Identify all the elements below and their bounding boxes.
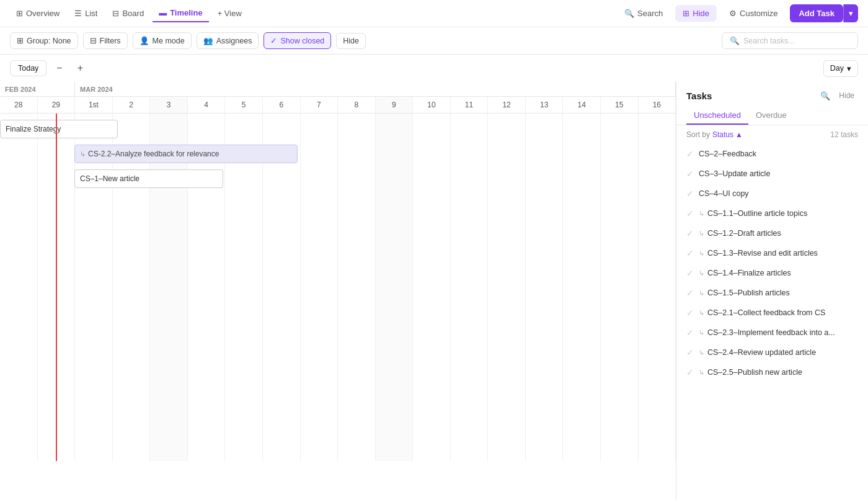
view-select[interactable]: Day ▾ (823, 60, 858, 77)
task-name-cs14: CS–1.4–Finalize articles (707, 269, 791, 277)
search-icon: 🔍 (624, 9, 634, 18)
nav-add-view-label: + View (218, 9, 242, 18)
task-item-cs4[interactable]: ✓CS–4–UI copy (681, 184, 863, 204)
task-name-cs21: CS–2.1–Collect feedback from CS (707, 308, 825, 317)
nav-overview-label: Overview (26, 9, 60, 18)
next-button[interactable]: + (73, 60, 88, 77)
grid-col-6 (263, 114, 301, 461)
gantt-bar-cs1[interactable]: CS–1–New article (74, 169, 223, 188)
subtask-indicator-icon: ↳ (699, 210, 704, 218)
grid-col-16 (639, 114, 676, 461)
panel-hide-button[interactable]: Hide (835, 89, 858, 102)
today-button[interactable]: Today (10, 60, 46, 76)
search-tasks-input[interactable]: 🔍 Search tasks... (722, 32, 858, 49)
task-item-cs14[interactable]: ✓↳CS–1.4–Finalize articles (681, 263, 863, 283)
task-item-cs13[interactable]: ✓↳CS–1.3–Revise and edit articles (681, 243, 863, 263)
task-check-icon: ✓ (686, 169, 694, 179)
task-list: ✓CS–2–Feedback✓CS–3–Update article✓CS–4–… (676, 144, 868, 501)
grid-col-8 (338, 114, 376, 461)
task-check-icon: ✓ (686, 208, 694, 218)
hide-button[interactable]: ⊞ Hide (675, 5, 717, 22)
subtask-indicator-icon: ↳ (699, 349, 704, 357)
task-item-cs12[interactable]: ✓↳CS–1.2–Draft articles (681, 223, 863, 243)
task-name-cs25: CS–2.5–Publish new article (707, 368, 802, 377)
show-closed-button[interactable]: ✓ Show closed (264, 32, 331, 49)
tab-unscheduled[interactable]: Unscheduled (686, 107, 748, 125)
task-count: 12 tasks (830, 130, 858, 139)
task-name-cs11: CS–1.1–Outline article topics (707, 209, 807, 218)
search-button[interactable]: 🔍 Search (617, 5, 670, 22)
customize-button[interactable]: ⚙ Customize (722, 5, 785, 22)
date-cell-16: 16 (639, 97, 676, 113)
me-mode-button[interactable]: 👤 Me mode (133, 32, 192, 49)
task-item-cs21[interactable]: ✓↳CS–2.1–Collect feedback from CS (681, 303, 863, 323)
nav-overview[interactable]: ⊞ Overview (10, 5, 66, 22)
task-check-icon: ✓ (686, 347, 694, 357)
task-item-cs3[interactable]: ✓CS–3–Update article (681, 164, 863, 184)
nav-list[interactable]: ☰ List (68, 5, 104, 22)
nav-add-view[interactable]: + View (211, 5, 248, 22)
grid-col-1st (75, 114, 113, 461)
add-task-group: Add Task ▾ (790, 4, 858, 22)
panel-search-icon[interactable]: 🔍 (820, 91, 830, 101)
group-button[interactable]: ⊞ Group: None (10, 32, 78, 49)
date-cell-9: 9 (376, 97, 414, 113)
task-item-cs2[interactable]: ✓CS–2–Feedback (681, 144, 863, 164)
subtask-indicator-icon: ↳ (699, 329, 704, 337)
tab-overdue[interactable]: Overdue (748, 107, 794, 125)
task-check-icon: ✓ (686, 189, 694, 199)
nav-timeline[interactable]: ▬ Timeline (153, 4, 209, 22)
prev-button[interactable]: − (51, 60, 67, 77)
month-mar: MAR 2024 (75, 82, 676, 96)
task-item-cs24[interactable]: ✓↳CS–2.4–Review updated article (681, 343, 863, 362)
nav-board[interactable]: ⊟ Board (106, 5, 150, 22)
task-item-cs11[interactable]: ✓↳CS–1.1–Outline article topics (681, 204, 863, 223)
search-tasks-icon: 🔍 (730, 36, 740, 45)
sort-status-button[interactable]: Status ▲ (712, 130, 743, 139)
grid-col-11 (451, 114, 489, 461)
add-task-caret[interactable]: ▾ (843, 4, 858, 22)
date-cell-13: 13 (526, 97, 564, 113)
nav-right: 🔍 Search ⊞ Hide ⚙ Customize Add Task ▾ (617, 4, 858, 22)
date-cell-8: 8 (338, 97, 376, 113)
date-cell-6: 6 (263, 97, 301, 113)
task-check-icon: ✓ (686, 367, 694, 377)
task-name-cs24: CS–2.4–Review updated article (707, 348, 816, 357)
overview-icon: ⊞ (16, 9, 23, 18)
filters-button[interactable]: ⊟ Filters (83, 32, 128, 49)
assignees-button[interactable]: 👥 Assignees (197, 32, 259, 49)
assignees-icon: 👥 (203, 36, 213, 45)
task-check-icon: ✓ (686, 248, 694, 258)
grid-col-3 (150, 114, 188, 461)
show-closed-icon: ✓ (270, 36, 277, 45)
nav-board-label: Board (122, 9, 144, 18)
gantt-bar-cs22[interactable]: ↳ CS-2.2–Analyze feedback for relevance (74, 145, 298, 163)
panel-tabs: Unscheduled Overdue (676, 102, 868, 125)
nav-list-label: List (85, 9, 97, 18)
right-panel: Tasks 🔍 Hide Unscheduled Overdue Sort by… (676, 82, 868, 501)
task-check-icon: ✓ (686, 308, 694, 318)
task-check-icon: ✓ (686, 328, 694, 338)
add-task-button[interactable]: Add Task (790, 4, 843, 22)
task-item-cs15[interactable]: ✓↳CS–1.5–Publish articles (681, 283, 863, 303)
grid-col-7 (301, 114, 339, 461)
nav-timeline-label: Timeline (170, 8, 203, 17)
timeline-controls: Today − + Day ▾ (0, 55, 868, 82)
panel-header: Tasks 🔍 Hide (676, 82, 868, 102)
date-cell-15: 15 (601, 97, 639, 113)
task-name-cs12: CS–1.2–Draft articles (707, 229, 781, 238)
gantt-bar-finalize[interactable]: Finalize Strategy (0, 120, 118, 138)
task-item-cs25[interactable]: ✓↳CS–2.5–Publish new article (681, 362, 863, 382)
date-cell-1st: 1st (75, 97, 113, 113)
hide-toolbar-button[interactable]: Hide (336, 33, 366, 49)
task-name-cs4: CS–4–UI copy (699, 189, 749, 198)
task-item-cs23[interactable]: ✓↳CS–2.3–Implement feedback into a... (681, 323, 863, 343)
view-chevron-icon: ▾ (847, 64, 851, 73)
date-cell-11: 11 (451, 97, 489, 113)
timeline-body: Finalize Strategy ↳ CS-2.2–Analyze feedb… (0, 114, 676, 461)
grid-col-13 (526, 114, 564, 461)
task-check-icon: ✓ (686, 268, 694, 278)
subtask-indicator-icon: ↳ (699, 269, 704, 277)
grid-col-14 (563, 114, 601, 461)
task-name-cs13: CS–1.3–Revise and edit articles (707, 249, 818, 258)
